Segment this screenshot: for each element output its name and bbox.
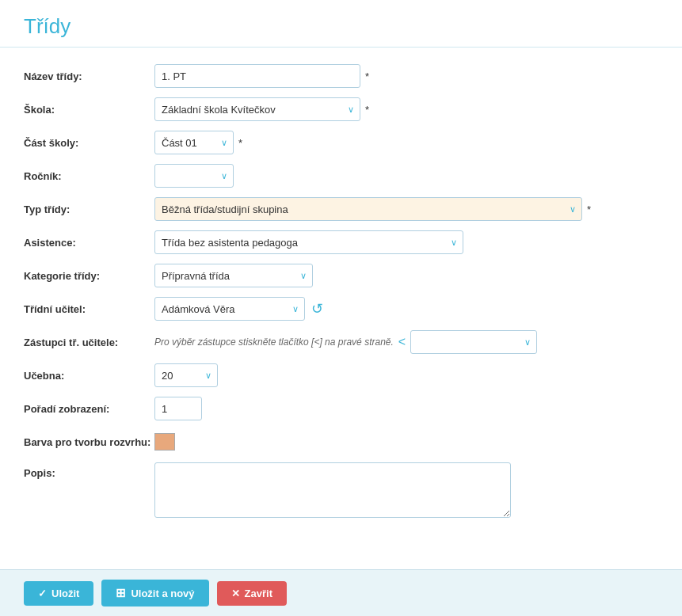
cast-skoly-select-wrapper: Část 01 ∨ — [154, 131, 234, 154]
ucebna-label: Učebna: — [24, 370, 154, 382]
nazev-input[interactable] — [154, 64, 360, 88]
ulozit-novy-button[interactable]: ⊞ Uložit a nový — [101, 580, 208, 606]
page-container: Třídy Název třídy: * Škola: Základní ško… — [0, 0, 682, 616]
poradi-control — [154, 397, 658, 420]
zastupci-select-wrapper: ∨ — [410, 330, 537, 354]
ucebna-control: 20 ∨ — [154, 363, 658, 387]
zastupci-arrow-button[interactable]: < — [394, 335, 410, 349]
asistence-control: Třída bez asistenta pedagoga ∨ — [154, 230, 658, 254]
ucebna-select-wrapper: 20 ∨ — [154, 363, 218, 387]
ucebna-row: Učebna: 20 ∨ — [24, 363, 658, 388]
typ-required: * — [587, 203, 591, 215]
rocnik-select-wrapper: ∨ — [154, 164, 234, 188]
cast-skoly-required: * — [238, 137, 242, 149]
tridni-ucitel-control: Adámková Věra ∨ ↺ — [154, 297, 658, 321]
poradi-input[interactable] — [154, 397, 202, 420]
rocnik-control: ∨ — [154, 164, 658, 188]
skola-select[interactable]: Základní škola Kvítečkov — [154, 97, 360, 121]
skola-row: Škola: Základní škola Kvítečkov ∨ * — [24, 97, 658, 122]
tridni-ucitel-select[interactable]: Adámková Věra — [154, 297, 305, 321]
zavrit-button[interactable]: ✕ Zavřit — [217, 581, 287, 606]
zastupci-row: Zástupci tř. učitele: Pro výběr zástupce… — [24, 329, 658, 355]
zastupci-info: Pro výběr zástupce stiskněte tlačítko [<… — [154, 337, 394, 348]
zavrit-label: Zavřit — [245, 587, 272, 599]
footer: ✓ Uložit ⊞ Uložit a nový ✕ Zavřit — [0, 569, 682, 616]
page-title: Třídy — [24, 14, 658, 39]
typ-row: Typ třídy: Běžná třída/studijní skupina … — [24, 196, 658, 222]
nazev-row: Název třídy: * — [24, 63, 658, 89]
typ-label: Typ třídy: — [24, 203, 154, 215]
ulozit-check-icon: ✓ — [38, 587, 47, 599]
poradi-row: Pořadí zobrazení: — [24, 396, 658, 421]
typ-select-wrapper: Běžná třída/studijní skupina ∨ — [154, 197, 582, 221]
rocnik-select[interactable] — [154, 164, 234, 188]
cast-skoly-control: Část 01 ∨ * — [154, 131, 658, 154]
tridni-ucitel-label: Třídní učitel: — [24, 303, 154, 315]
kategorie-label: Kategorie třídy: — [24, 270, 154, 282]
barva-row: Barva pro tvorbu rozvrhu: — [24, 429, 658, 454]
popis-textarea[interactable] — [154, 462, 511, 518]
popis-label: Popis: — [24, 462, 154, 479]
close-icon: ✕ — [231, 587, 240, 599]
form-area: Název třídy: * Škola: Základní škola Kví… — [0, 48, 682, 569]
barva-control — [154, 433, 658, 451]
typ-select[interactable]: Běžná třída/studijní skupina — [154, 197, 582, 221]
cast-skoly-row: Část školy: Část 01 ∨ * — [24, 130, 658, 155]
rocnik-row: Ročník: ∨ — [24, 163, 658, 188]
asistence-select-wrapper: Třída bez asistenta pedagoga ∨ — [154, 230, 463, 254]
cast-skoly-label: Část školy: — [24, 137, 154, 149]
skola-control: Základní škola Kvítečkov ∨ * — [154, 97, 658, 121]
history-icon[interactable]: ↺ — [311, 300, 323, 318]
zastupci-label: Zástupci tř. učitele: — [24, 337, 154, 348]
skola-select-wrapper: Základní škola Kvítečkov ∨ — [154, 97, 360, 121]
tridni-ucitel-select-wrapper: Adámková Věra ∨ — [154, 297, 305, 321]
asistence-row: Asistence: Třída bez asistenta pedagoga … — [24, 230, 658, 255]
nazev-control: * — [154, 64, 658, 88]
nazev-label: Název třídy: — [24, 70, 154, 82]
kategorie-select[interactable]: Přípravná třída — [154, 264, 313, 287]
header: Třídy — [0, 0, 682, 48]
barva-swatch[interactable] — [154, 433, 175, 451]
popis-row: Popis: — [24, 462, 658, 518]
tridni-ucitel-row: Třídní učitel: Adámková Věra ∨ ↺ — [24, 296, 658, 321]
typ-control: Běžná třída/studijní skupina ∨ * — [154, 197, 658, 221]
asistence-label: Asistence: — [24, 237, 154, 249]
skola-label: Škola: — [24, 104, 154, 116]
cast-skoly-select[interactable]: Část 01 — [154, 131, 234, 154]
ucebna-select[interactable]: 20 — [154, 363, 218, 387]
zastupci-control: Pro výběr zástupce stiskněte tlačítko [<… — [154, 330, 658, 354]
kategorie-select-wrapper: Přípravná třída ∨ — [154, 264, 313, 287]
rocnik-label: Ročník: — [24, 170, 154, 182]
ulozit-label: Uložit — [51, 587, 79, 599]
barva-label: Barva pro tvorbu rozvrhu: — [24, 436, 154, 448]
nazev-required: * — [365, 70, 369, 82]
popis-control — [154, 462, 658, 518]
ulozit-button[interactable]: ✓ Uložit — [24, 581, 93, 606]
skola-required: * — [365, 104, 369, 116]
zastupci-select[interactable] — [410, 330, 537, 354]
poradi-label: Pořadí zobrazení: — [24, 403, 154, 415]
asistence-select[interactable]: Třída bez asistenta pedagoga — [154, 230, 463, 254]
save-new-icon: ⊞ — [116, 586, 126, 600]
kategorie-row: Kategorie třídy: Přípravná třída ∨ — [24, 263, 658, 288]
kategorie-control: Přípravná třída ∨ — [154, 264, 658, 287]
ulozit-novy-label: Uložit a nový — [131, 587, 194, 599]
